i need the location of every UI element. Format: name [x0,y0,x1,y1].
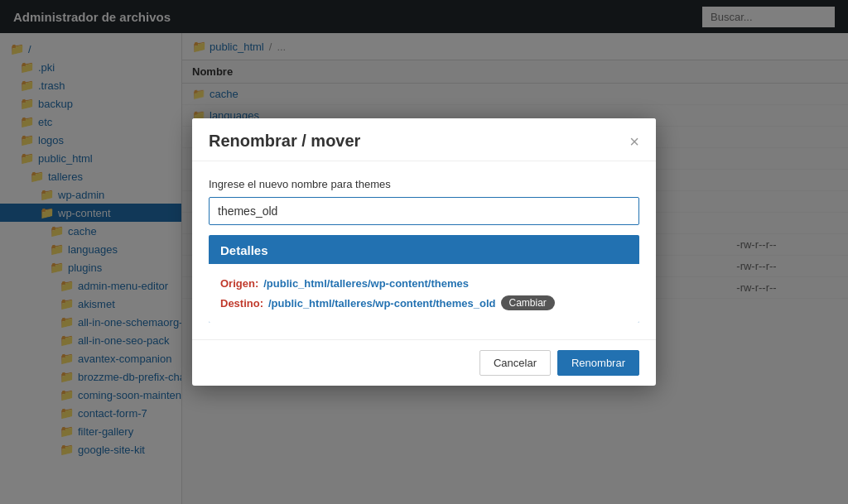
dest-row: Destino: /public_html/talleres/wp-conten… [220,294,628,313]
new-name-input[interactable] [209,197,639,225]
modal-title: Renombrar / mover [209,132,360,151]
cambiar-button[interactable]: Cambiar [501,295,555,310]
dest-value: /public_html/talleres/wp-content/themes_… [268,294,496,313]
details-title: Detalles [209,235,639,264]
rename-button[interactable]: Renombrar [557,350,639,376]
dest-label: Destino: [220,294,263,313]
cancel-button[interactable]: Cancelar [479,350,551,376]
modal-overlay: Renombrar / mover × Ingrese el nuevo nom… [0,0,848,504]
details-box: Detalles Origen: /public_html/talleres/w… [209,235,639,323]
modal-label: Ingrese el nuevo nombre para themes [209,178,639,190]
modal-header: Renombrar / mover × [192,118,656,161]
modal-footer: Cancelar Renombrar [192,339,656,386]
details-content: Origen: /public_html/talleres/wp-content… [209,264,639,323]
origin-row: Origen: /public_html/talleres/wp-content… [220,274,628,293]
origin-value: /public_html/talleres/wp-content/themes [263,274,469,293]
rename-modal: Renombrar / mover × Ingrese el nuevo nom… [192,118,656,386]
close-button[interactable]: × [629,133,639,150]
origin-label: Origen: [220,274,258,293]
modal-body: Ingrese el nuevo nombre para themes Deta… [192,161,656,339]
